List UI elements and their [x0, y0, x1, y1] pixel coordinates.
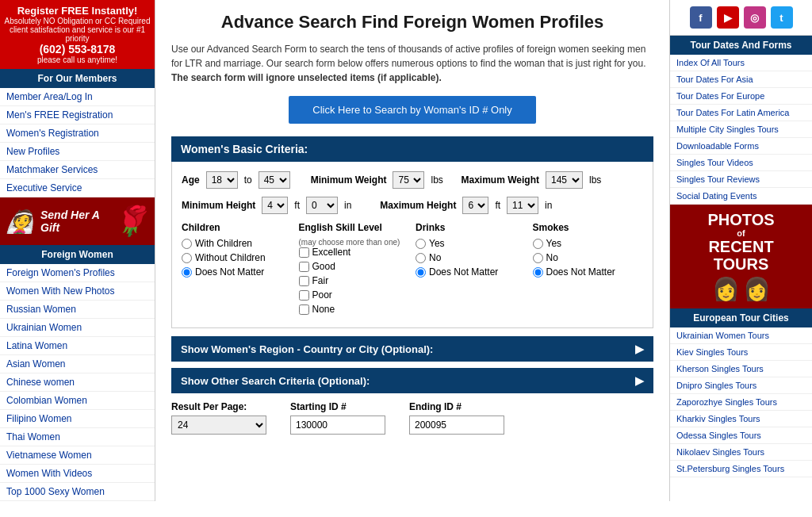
other-section-label: Show Other Search Criteria (Optional): [181, 375, 370, 387]
nav-executive-service[interactable]: Executive Service [0, 179, 155, 197]
starting-id-input[interactable]: 130000 [290, 416, 385, 435]
ending-id-label: Ending ID # [409, 401, 504, 412]
drinks-no-radio[interactable] [416, 253, 426, 263]
nav-top-1000[interactable]: Top 1000 Sexy Women [0, 483, 155, 501]
height-row: Minimum Height 456 ft 01234567891011 in … [182, 197, 643, 214]
drinks-col: Drinks Yes No Does Not Matter [416, 222, 527, 318]
nav-tour-europe[interactable]: Tour Dates For Europe [670, 88, 812, 105]
drinks-yes-radio[interactable] [416, 239, 426, 249]
other-section[interactable]: Show Other Search Criteria (Optional): ▶ [171, 368, 653, 393]
result-per-page-label: Result Per Page: [171, 401, 266, 412]
twitter-icon[interactable]: t [771, 6, 793, 29]
nav-chinese-women[interactable]: Chinese women [0, 373, 155, 392]
nav-mens-registration[interactable]: Men's FREE Registration [0, 106, 155, 124]
nav-women-videos[interactable]: Women With Videos [0, 465, 155, 483]
children-dnm: Does Not Matter [182, 266, 293, 278]
max-height-in-select[interactable]: 11012345678910 [507, 197, 538, 214]
age-from-select[interactable]: 1819202530 [206, 171, 238, 189]
nav-foreign-profiles[interactable]: Foreign Women's Profiles [0, 264, 155, 282]
min-height-label: Minimum Height [182, 200, 255, 211]
nav-filipino-women[interactable]: Filipino Women [0, 410, 155, 428]
drinks-no: No [416, 252, 527, 263]
phone-number: (602) 553-8178 [3, 43, 151, 56]
smokes-dnm-radio[interactable] [533, 267, 543, 278]
nav-dnipro-tours[interactable]: Dnipro Singles Tours [670, 377, 812, 394]
nav-matchmaker[interactable]: Matchmaker Services [0, 161, 155, 179]
promo-photos-title: PHOTOS [707, 211, 774, 228]
euro-header: European Tour Cities [670, 308, 812, 327]
region-section[interactable]: Show Women's Region - Country or City (O… [171, 336, 653, 362]
min-weight-select[interactable]: 7550608090 [393, 171, 424, 189]
drinks-yes: Yes [416, 238, 527, 249]
rose-icon: 🌹 [113, 205, 148, 238]
weight-unit-2: lbs [589, 174, 601, 186]
nav-women-new-photos[interactable]: Women With New Photos [0, 282, 155, 301]
nav-russian-women[interactable]: Russian Women [0, 301, 155, 319]
result-per-page-select[interactable]: 244896 [171, 416, 266, 435]
nav-tour-asia[interactable]: Tour Dates For Asia [670, 71, 812, 88]
children-with-radio[interactable] [182, 239, 192, 249]
nav-stpetersburg-tours[interactable]: St.Petersburg Singles Tours [670, 461, 812, 477]
promo-woman2-icon: 👩 [743, 276, 771, 302]
nav-odessa-tours[interactable]: Odessa Singles Tours [670, 427, 812, 444]
english-good-cb[interactable] [299, 262, 309, 272]
min-height-in-select[interactable]: 01234567891011 [306, 197, 338, 214]
facebook-icon[interactable]: f [690, 6, 712, 29]
criteria-body: Age 1819202530 to 4530354050 Minimum Wei… [171, 162, 653, 328]
nav-multi-city-tours[interactable]: Multiple City Singles Tours [670, 121, 812, 138]
nav-asian-women[interactable]: Asian Women [0, 355, 155, 373]
nav-kharkiv-tours[interactable]: Kharkiv Singles Tours [670, 411, 812, 427]
nav-member-login[interactable]: Member Area/Log In [0, 88, 155, 106]
nav-womens-registration[interactable]: Women's Registration [0, 124, 155, 143]
nav-kiev-tours[interactable]: Kiev Singles Tours [670, 344, 812, 361]
nav-downloadable-forms[interactable]: Downloadable Forms [670, 138, 812, 155]
nav-colombian-women[interactable]: Colombian Women [0, 392, 155, 410]
min-height-ft-select[interactable]: 456 [262, 197, 288, 214]
nav-nikolaev-tours[interactable]: Nikolaev Singles Tours [670, 444, 812, 461]
nav-ukrainian-tours[interactable]: Ukrainian Women Tours [670, 327, 812, 344]
nav-ukrainian-women[interactable]: Ukrainian Women [0, 319, 155, 337]
search-by-id-button[interactable]: Click Here to Search by Woman's ID # Onl… [289, 96, 536, 124]
nav-tour-latin[interactable]: Tour Dates For Latin America [670, 105, 812, 121]
nav-kherson-tours[interactable]: Kherson Singles Tours [670, 361, 812, 377]
instagram-icon[interactable]: ◎ [744, 6, 766, 29]
smokes-no: No [533, 252, 644, 263]
photos-promo[interactable]: PHOTOS of RECENT TOURS 👩 👩 [670, 205, 812, 308]
smokes-header: Smokes [533, 222, 644, 233]
english-fair-cb[interactable] [299, 276, 309, 286]
ending-id-input[interactable]: 200095 [409, 416, 504, 435]
in-unit-2: in [545, 200, 552, 211]
gift-icon: 👰 [6, 209, 34, 235]
english-header: English Skill Level [299, 222, 410, 233]
right-sidebar: f ▶ ◎ t Tour Dates And Forms Index Of Al… [669, 0, 812, 501]
nav-singles-tour-reviews[interactable]: Singles Tour Reviews [670, 171, 812, 188]
age-label: Age [182, 174, 200, 186]
tour-header: Tour Dates And Forms [670, 36, 812, 55]
english-none-cb[interactable] [299, 304, 309, 315]
region-section-label: Show Women's Region - Country or City (O… [181, 343, 433, 355]
children-with: With Children [182, 238, 293, 249]
register-subtitle: Absolutely NO Obligation or CC Required [3, 17, 151, 25]
max-height-ft-select[interactable]: 645 [462, 197, 488, 214]
nav-new-profiles[interactable]: New Profiles [0, 143, 155, 161]
max-weight-select[interactable]: 145100120150160 [546, 171, 583, 189]
nav-latina-women[interactable]: Latina Women [0, 337, 155, 355]
children-without-radio[interactable] [182, 253, 192, 263]
youtube-icon[interactable]: ▶ [717, 6, 739, 29]
english-poor-cb[interactable] [299, 290, 309, 301]
nav-index-all-tours[interactable]: Index Of All Tours [670, 55, 812, 71]
nav-social-dating-events[interactable]: Social Dating Events [670, 188, 812, 205]
gift-box[interactable]: 👰 Send Her A Gift 🌹 [0, 197, 155, 245]
nav-singles-tour-videos[interactable]: Singles Tour Videos [670, 155, 812, 171]
age-to-select[interactable]: 4530354050 [259, 171, 290, 189]
smokes-yes-radio[interactable] [533, 239, 543, 249]
nav-zaporozhye-tours[interactable]: Zaporozhye Singles Tours [670, 394, 812, 411]
smokes-dnm: Does Not Matter [533, 266, 644, 278]
nav-vietnamese-women[interactable]: Vietnamese Women [0, 446, 155, 465]
english-excellent-cb[interactable] [299, 247, 309, 258]
drinks-dnm-radio[interactable] [416, 267, 426, 278]
drinks-header: Drinks [416, 222, 527, 233]
nav-thai-women[interactable]: Thai Women [0, 428, 155, 446]
smokes-no-radio[interactable] [533, 253, 543, 263]
children-dnm-radio[interactable] [182, 267, 192, 278]
